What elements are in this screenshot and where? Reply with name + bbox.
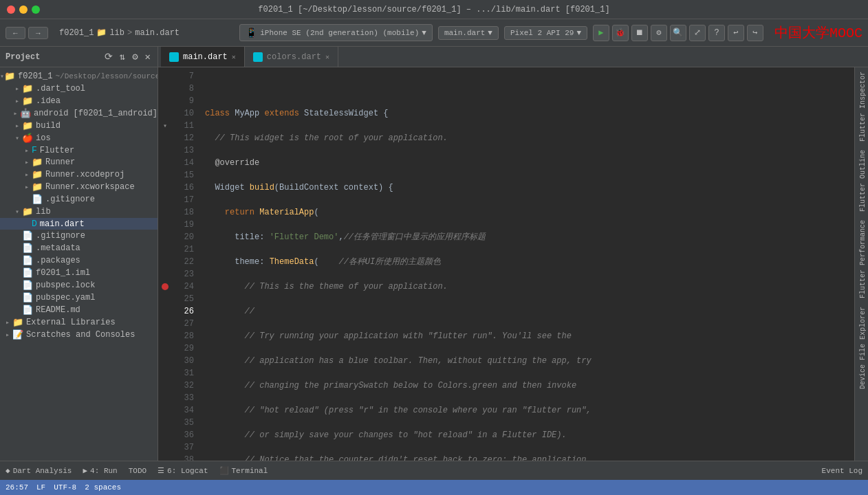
- window-controls[interactable]: [7, 6, 40, 14]
- tree-item-flutter[interactable]: ▸ F Flutter: [0, 144, 158, 156]
- sidebar-sync-icon[interactable]: ⟳: [103, 50, 114, 64]
- event-log-item[interactable]: Event Log: [822, 467, 862, 475]
- expand-button[interactable]: ⤢: [689, 25, 706, 41]
- settings-button[interactable]: ⚙: [651, 25, 667, 41]
- tree-item-pubspec-lock[interactable]: ▸ 📄 pubspec.lock: [0, 279, 158, 292]
- tree-item-xcworkspace[interactable]: ▸ 📁 Runner.xcworkspace: [0, 181, 158, 193]
- redo-button[interactable]: ↪: [747, 25, 763, 41]
- sidebar-settings-icon[interactable]: ⚙: [131, 50, 139, 64]
- expand-arrow-dart_tool[interactable]: ▸: [12, 85, 22, 93]
- run-item[interactable]: ▶ 4: Run: [83, 466, 117, 475]
- tree-item-ext-libs[interactable]: ▸ 📁 External Libraries: [0, 316, 158, 329]
- code-content[interactable]: class MyApp extends StatelessWidget { //…: [199, 67, 854, 461]
- tree-item-scratches[interactable]: ▸ 📝 Scratches and Consoles: [0, 329, 158, 341]
- expand-arrow-ios[interactable]: ▾: [12, 134, 22, 142]
- tree-item-f0201_1[interactable]: ▾ 📁 f0201_1 ~/Desktop/lesson/source/f020…: [0, 70, 158, 82]
- code-line-16: //: [205, 305, 854, 318]
- debug-button[interactable]: 🐞: [612, 25, 629, 41]
- help-button[interactable]: ?: [708, 25, 725, 41]
- code-line-11: Widget build(BuildContext context) {: [205, 182, 854, 194]
- back-button[interactable]: ←: [6, 27, 25, 39]
- file-icon-gitignore-ios: 📄: [32, 194, 43, 205]
- breakpoint-24[interactable]: [162, 283, 169, 290]
- gutter-22: [158, 256, 172, 268]
- device-selector[interactable]: 📱 iPhone SE (2nd generation) (mobile) ▼: [239, 24, 433, 41]
- sidebar-collapse-icon[interactable]: ⇅: [118, 50, 127, 64]
- gutter-31: [158, 367, 172, 380]
- tree-label-ios: ios: [36, 133, 51, 143]
- sidebar-close-icon[interactable]: ✕: [144, 50, 152, 64]
- gutter-29: [158, 342, 172, 355]
- flutter-inspector-panel[interactable]: Flutter Inspector: [855, 67, 868, 146]
- tree-item-iml[interactable]: ▸ 📄 f0201_1.iml: [0, 267, 158, 279]
- todo-label: TODO: [129, 467, 147, 475]
- run-button[interactable]: ▶: [593, 25, 609, 41]
- flutter-performance-panel[interactable]: Flutter Performance: [855, 216, 868, 302]
- tree-item-main-dart[interactable]: ▸ D main.dart: [0, 218, 158, 230]
- file-icon-iml: 📄: [22, 267, 33, 278]
- device-name: iPhone SE (2nd generation) (mobile): [260, 29, 419, 37]
- expand-arrow-xcworkspace[interactable]: ▸: [22, 183, 32, 191]
- sidebar-icons[interactable]: ⟳ ⇅ ⚙ ✕: [103, 50, 152, 64]
- forward-button[interactable]: →: [28, 27, 48, 39]
- breadcrumb-lib[interactable]: lib: [109, 28, 124, 38]
- flutter-outline-panel[interactable]: Flutter Outline: [855, 146, 868, 216]
- fold-11[interactable]: ▾: [163, 122, 167, 130]
- tree-item-gitignore-ios[interactable]: ▸ 📄 .gitignore: [0, 193, 158, 206]
- linenum-37: 37: [172, 441, 194, 454]
- terminal-item[interactable]: ⬛ Terminal: [219, 466, 268, 475]
- search-button[interactable]: 🔍: [670, 25, 686, 41]
- linenum-18: 18: [172, 206, 194, 219]
- tree-item-gitignore[interactable]: ▸ 📄 .gitignore: [0, 230, 158, 242]
- tree-item-pubspec-yaml[interactable]: ▸ 📄 pubspec.yaml: [0, 292, 158, 304]
- expand-arrow-scratches[interactable]: ▸: [3, 331, 12, 339]
- code-line-8: class MyApp extends StatelessWidget {: [205, 107, 854, 120]
- tree-item-idea[interactable]: ▸ 📁 .idea: [0, 95, 158, 107]
- expand-arrow-lib[interactable]: ▾: [12, 208, 22, 216]
- code-editor[interactable]: ▾: [158, 67, 868, 461]
- tab-close-main-dart[interactable]: ✕: [232, 53, 236, 61]
- expand-arrow-flutter[interactable]: ▸: [22, 146, 32, 155]
- breadcrumb-file[interactable]: main.dart: [135, 28, 180, 38]
- tree-item-dart_tool[interactable]: ▸ 📁 .dart_tool: [0, 82, 158, 95]
- tree-item-ios[interactable]: ▾ 🍎 ios: [0, 132, 158, 144]
- linenum-12: 12: [172, 132, 194, 144]
- tree-item-readme[interactable]: ▸ 📄 README.md: [0, 304, 158, 316]
- close-button[interactable]: [7, 6, 15, 14]
- undo-button[interactable]: ↩: [728, 25, 744, 41]
- logcat-item[interactable]: ☰ 6: Logcat: [158, 466, 208, 475]
- tab-close-colors-dart[interactable]: ✕: [325, 53, 329, 61]
- linenum-11: 11: [172, 120, 194, 132]
- tree-item-xcodeproj[interactable]: ▸ 📁 Runner.xcodeproj: [0, 168, 158, 181]
- tree-item-android[interactable]: ▸ 🤖 android [f0201_1_android]: [0, 107, 158, 120]
- todo-item[interactable]: TODO: [129, 467, 147, 475]
- tab-main-dart[interactable]: main.dart ✕: [161, 47, 245, 67]
- maximize-button[interactable]: [32, 6, 40, 14]
- dart-analysis-item[interactable]: ◆ Dart Analysis: [6, 466, 72, 475]
- tree-item-build[interactable]: ▸ 📁 build: [0, 120, 158, 132]
- tree-item-packages[interactable]: ▸ 📄 .packages: [0, 254, 158, 267]
- minimize-button[interactable]: [19, 6, 28, 14]
- breadcrumb-root[interactable]: f0201_1: [59, 28, 94, 38]
- linenum-23: 23: [172, 268, 194, 280]
- tree-item-metadata[interactable]: ▸ 📄 .metadata: [0, 242, 158, 254]
- expand-arrow-ext-libs[interactable]: ▸: [3, 318, 12, 327]
- nav-buttons[interactable]: ← →: [6, 27, 48, 39]
- expand-arrow-runner[interactable]: ▸: [22, 158, 32, 166]
- run-config-selector[interactable]: main.dart ▼: [438, 26, 499, 40]
- expand-arrow-idea[interactable]: ▸: [12, 97, 22, 105]
- expand-arrow-build[interactable]: ▸: [12, 122, 22, 130]
- pixel-selector[interactable]: Pixel 2 API 29 ▼: [504, 26, 587, 40]
- tree-item-lib[interactable]: ▾ 📁 lib: [0, 206, 158, 218]
- expand-arrow-android[interactable]: ▸: [11, 109, 20, 118]
- expand-arrow-xcodeproj[interactable]: ▸: [22, 170, 32, 179]
- window-title: f0201_1 [~/Desktop/lesson/source/f0201_1…: [258, 5, 609, 14]
- stop-button[interactable]: ⏹: [631, 25, 648, 41]
- tree-item-runner[interactable]: ▸ 📁 Runner: [0, 156, 158, 168]
- tab-colors-dart[interactable]: colors.dart ✕: [245, 47, 338, 67]
- gutter-23: [158, 268, 172, 280]
- folder-icon-idea: 📁: [22, 96, 33, 107]
- tab-icon-main-dart: [169, 52, 179, 62]
- device-file-explorer-panel[interactable]: Device File Explorer: [855, 302, 868, 393]
- gutter-13: [158, 144, 172, 157]
